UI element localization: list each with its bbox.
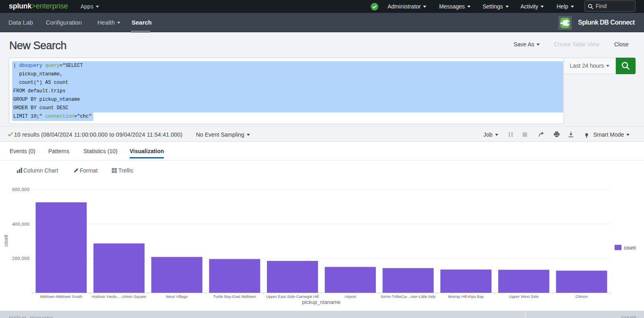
svg-text:pickup_ntaname: pickup_ntaname <box>302 299 340 305</box>
svg-text:Upper East Side-Carnegie Hill: Upper East Side-Carnegie Hill <box>266 294 319 299</box>
svg-text:Hudson Yards-...-Union Square: Hudson Yards-...-Union Square <box>92 294 147 299</box>
svg-text:Midtown-Midtown South: Midtown-Midtown South <box>40 294 83 299</box>
svg-text:count: count <box>624 245 636 251</box>
svg-text:Clinton: Clinton <box>576 294 588 299</box>
svg-text:West Village: West Village <box>166 294 188 299</box>
svg-text:Turtle Bay-East Midtown: Turtle Bay-East Midtown <box>213 294 256 299</box>
svg-text:SoHo-TriBeCa-...nter-Little It: SoHo-TriBeCa-...nter-Little Italy <box>381 294 436 299</box>
svg-text:Murray Hill-Kips Bay: Murray Hill-Kips Bay <box>448 294 484 299</box>
svg-text:Upper West Side: Upper West Side <box>509 294 539 299</box>
svg-text:count: count <box>3 235 9 247</box>
svg-text:400,000: 400,000 <box>12 222 29 227</box>
svg-text:Airport: Airport <box>345 294 356 299</box>
svg-text:600,000: 600,000 <box>12 187 29 192</box>
svg-text:200,000: 200,000 <box>12 256 29 261</box>
